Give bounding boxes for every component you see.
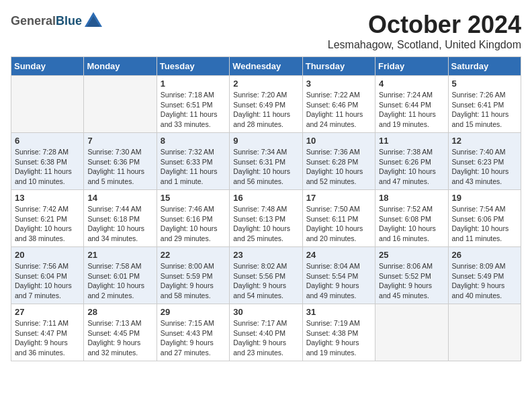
calendar-week-row: 27Sunrise: 7:11 AMSunset: 4:47 PMDayligh… (11, 304, 521, 361)
location-subtitle: Lesmahagow, Scotland, United Kingdom (328, 39, 521, 51)
day-info: Sunrise: 7:40 AMSunset: 6:23 PMDaylight:… (452, 147, 517, 187)
calendar-cell: 25Sunrise: 8:06 AMSunset: 5:52 PMDayligh… (375, 247, 448, 304)
day-number: 6 (15, 136, 80, 146)
day-info: Sunrise: 7:36 AMSunset: 6:28 PMDaylight:… (306, 147, 371, 187)
day-info: Sunrise: 7:58 AMSunset: 6:01 PMDaylight:… (87, 261, 152, 301)
calendar-cell (84, 76, 157, 133)
day-number: 2 (233, 79, 298, 89)
day-info: Sunrise: 7:44 AMSunset: 6:18 PMDaylight:… (87, 204, 152, 244)
weekday-header-thursday: Thursday (302, 57, 375, 76)
logo: GeneralBlue (11, 11, 103, 31)
calendar-cell: 22Sunrise: 8:00 AMSunset: 5:59 PMDayligh… (157, 247, 229, 304)
calendar-cell: 29Sunrise: 7:15 AMSunset: 4:43 PMDayligh… (157, 304, 229, 361)
calendar-cell: 31Sunrise: 7:19 AMSunset: 4:38 PMDayligh… (302, 304, 375, 361)
day-number: 17 (306, 193, 371, 203)
calendar-cell: 15Sunrise: 7:46 AMSunset: 6:16 PMDayligh… (157, 190, 229, 247)
logo-general: General (11, 14, 56, 28)
calendar-header-row: SundayMondayTuesdayWednesdayThursdayFrid… (11, 57, 521, 76)
logo-icon (83, 11, 103, 31)
day-info: Sunrise: 8:00 AMSunset: 5:59 PMDaylight:… (161, 261, 226, 301)
day-info: Sunrise: 7:30 AMSunset: 6:36 PMDaylight:… (87, 147, 152, 187)
day-number: 7 (87, 136, 152, 146)
day-info: Sunrise: 7:50 AMSunset: 6:11 PMDaylight:… (306, 204, 371, 244)
day-number: 1 (161, 79, 226, 89)
day-number: 18 (379, 193, 444, 203)
calendar-cell: 23Sunrise: 8:02 AMSunset: 5:56 PMDayligh… (230, 247, 302, 304)
day-number: 27 (15, 307, 80, 317)
day-info: Sunrise: 8:04 AMSunset: 5:54 PMDaylight:… (306, 261, 371, 301)
calendar-cell: 3Sunrise: 7:22 AMSunset: 6:46 PMDaylight… (302, 76, 375, 133)
day-info: Sunrise: 7:24 AMSunset: 6:44 PMDaylight:… (379, 90, 444, 130)
calendar-week-row: 1Sunrise: 7:18 AMSunset: 6:51 PMDaylight… (11, 76, 521, 133)
calendar-cell: 12Sunrise: 7:40 AMSunset: 6:23 PMDayligh… (448, 133, 521, 190)
calendar-cell: 10Sunrise: 7:36 AMSunset: 6:28 PMDayligh… (302, 133, 375, 190)
day-number: 10 (306, 136, 371, 146)
day-number: 25 (379, 250, 444, 260)
calendar-cell: 1Sunrise: 7:18 AMSunset: 6:51 PMDaylight… (157, 76, 229, 133)
day-info: Sunrise: 7:56 AMSunset: 6:04 PMDaylight:… (15, 261, 80, 301)
weekday-header-wednesday: Wednesday (230, 57, 302, 76)
calendar-cell (375, 304, 448, 361)
calendar-cell: 18Sunrise: 7:52 AMSunset: 6:08 PMDayligh… (375, 190, 448, 247)
weekday-header-monday: Monday (84, 57, 157, 76)
day-number: 5 (452, 79, 517, 89)
calendar-cell: 28Sunrise: 7:13 AMSunset: 4:45 PMDayligh… (84, 304, 157, 361)
calendar-cell (448, 304, 521, 361)
calendar-cell: 20Sunrise: 7:56 AMSunset: 6:04 PMDayligh… (11, 247, 84, 304)
month-title: October 2024 (328, 11, 521, 39)
calendar-cell: 21Sunrise: 7:58 AMSunset: 6:01 PMDayligh… (84, 247, 157, 304)
title-section: October 2024 Lesmahagow, Scotland, Unite… (328, 11, 521, 51)
calendar-week-row: 20Sunrise: 7:56 AMSunset: 6:04 PMDayligh… (11, 247, 521, 304)
day-number: 9 (233, 136, 298, 146)
calendar-cell: 27Sunrise: 7:11 AMSunset: 4:47 PMDayligh… (11, 304, 84, 361)
day-number: 24 (306, 250, 371, 260)
weekday-header-sunday: Sunday (11, 57, 84, 76)
day-number: 28 (87, 307, 152, 317)
day-info: Sunrise: 7:32 AMSunset: 6:33 PMDaylight:… (161, 147, 226, 187)
day-info: Sunrise: 7:42 AMSunset: 6:21 PMDaylight:… (15, 204, 80, 244)
calendar-cell (11, 76, 84, 133)
day-info: Sunrise: 7:11 AMSunset: 4:47 PMDaylight:… (15, 318, 80, 358)
calendar-cell: 17Sunrise: 7:50 AMSunset: 6:11 PMDayligh… (302, 190, 375, 247)
calendar-cell: 11Sunrise: 7:38 AMSunset: 6:26 PMDayligh… (375, 133, 448, 190)
calendar-cell: 8Sunrise: 7:32 AMSunset: 6:33 PMDaylight… (157, 133, 229, 190)
calendar-cell: 14Sunrise: 7:44 AMSunset: 6:18 PMDayligh… (84, 190, 157, 247)
calendar-cell: 13Sunrise: 7:42 AMSunset: 6:21 PMDayligh… (11, 190, 84, 247)
day-info: Sunrise: 7:13 AMSunset: 4:45 PMDaylight:… (87, 318, 152, 358)
day-number: 13 (15, 193, 80, 203)
calendar-cell: 9Sunrise: 7:34 AMSunset: 6:31 PMDaylight… (230, 133, 302, 190)
calendar-week-row: 13Sunrise: 7:42 AMSunset: 6:21 PMDayligh… (11, 190, 521, 247)
calendar-cell: 16Sunrise: 7:48 AMSunset: 6:13 PMDayligh… (230, 190, 302, 247)
day-number: 16 (233, 193, 298, 203)
day-info: Sunrise: 7:26 AMSunset: 6:41 PMDaylight:… (452, 90, 517, 130)
calendar-cell: 24Sunrise: 8:04 AMSunset: 5:54 PMDayligh… (302, 247, 375, 304)
page-header: GeneralBlue October 2024 Lesmahagow, Sco… (11, 11, 521, 51)
day-info: Sunrise: 7:46 AMSunset: 6:16 PMDaylight:… (161, 204, 226, 244)
day-number: 3 (306, 79, 371, 89)
day-number: 23 (233, 250, 298, 260)
day-number: 19 (452, 193, 517, 203)
day-number: 8 (161, 136, 226, 146)
day-number: 21 (87, 250, 152, 260)
day-number: 26 (452, 250, 517, 260)
day-info: Sunrise: 7:48 AMSunset: 6:13 PMDaylight:… (233, 204, 298, 244)
calendar-cell: 19Sunrise: 7:54 AMSunset: 6:06 PMDayligh… (448, 190, 521, 247)
calendar-cell: 30Sunrise: 7:17 AMSunset: 4:40 PMDayligh… (230, 304, 302, 361)
day-number: 15 (161, 193, 226, 203)
day-number: 12 (452, 136, 517, 146)
day-number: 22 (161, 250, 226, 260)
day-info: Sunrise: 7:34 AMSunset: 6:31 PMDaylight:… (233, 147, 298, 187)
weekday-header-tuesday: Tuesday (157, 57, 229, 76)
calendar-cell: 7Sunrise: 7:30 AMSunset: 6:36 PMDaylight… (84, 133, 157, 190)
day-number: 11 (379, 136, 444, 146)
day-info: Sunrise: 7:22 AMSunset: 6:46 PMDaylight:… (306, 90, 371, 130)
day-number: 29 (161, 307, 226, 317)
calendar-cell: 5Sunrise: 7:26 AMSunset: 6:41 PMDaylight… (448, 76, 521, 133)
weekday-header-saturday: Saturday (448, 57, 521, 76)
day-info: Sunrise: 7:15 AMSunset: 4:43 PMDaylight:… (161, 318, 226, 358)
day-info: Sunrise: 7:28 AMSunset: 6:38 PMDaylight:… (15, 147, 80, 187)
day-info: Sunrise: 8:06 AMSunset: 5:52 PMDaylight:… (379, 261, 444, 301)
day-info: Sunrise: 7:38 AMSunset: 6:26 PMDaylight:… (379, 147, 444, 187)
day-info: Sunrise: 7:17 AMSunset: 4:40 PMDaylight:… (233, 318, 298, 358)
day-number: 4 (379, 79, 444, 89)
